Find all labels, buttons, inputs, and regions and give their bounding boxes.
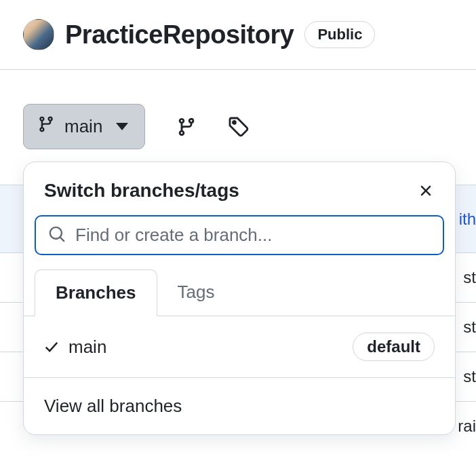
search-box[interactable] <box>35 215 444 255</box>
close-icon[interactable] <box>417 182 435 200</box>
tags-link-icon[interactable] <box>228 116 250 138</box>
branch-name: main <box>68 337 343 358</box>
search-container <box>24 212 455 269</box>
svg-point-0 <box>233 121 236 124</box>
owner-avatar[interactable] <box>23 19 54 50</box>
current-branch-label: main <box>64 116 102 137</box>
view-all-branches-link[interactable]: View all branches <box>24 378 455 434</box>
repo-header: PracticeRepository Public <box>0 0 476 70</box>
visibility-badge: Public <box>304 21 375 48</box>
dropdown-header: Switch branches/tags <box>24 162 455 212</box>
default-badge: default <box>353 333 435 361</box>
check-icon <box>44 339 59 354</box>
tab-branches[interactable]: Branches <box>35 269 157 316</box>
branch-selector-button[interactable]: main <box>23 104 145 149</box>
caret-down-icon <box>116 123 128 130</box>
search-icon <box>48 225 66 246</box>
tab-tags[interactable]: Tags <box>157 269 235 316</box>
branch-list-item[interactable]: main default <box>24 316 455 378</box>
git-branch-icon <box>37 114 55 139</box>
repo-title[interactable]: PracticeRepository <box>65 20 294 50</box>
dropdown-tabs: Branches Tags <box>24 269 455 316</box>
branch-switcher-dropdown: Switch branches/tags Branches Tags main … <box>23 162 456 435</box>
repo-toolbar: main <box>0 70 476 149</box>
branches-link-icon[interactable] <box>176 117 197 137</box>
branch-search-input[interactable] <box>75 225 431 246</box>
dropdown-title: Switch branches/tags <box>44 180 239 202</box>
